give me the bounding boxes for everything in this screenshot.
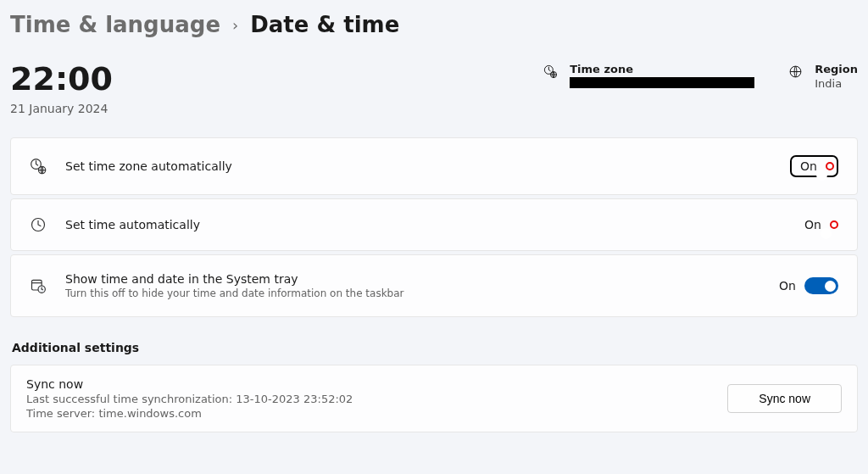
toggle-tray[interactable]: [804, 277, 838, 294]
breadcrumb-parent[interactable]: Time & language: [10, 12, 220, 37]
timezone-meta: Time zone: [543, 63, 754, 88]
setting-title: Show time and date in the System tray: [65, 272, 779, 286]
breadcrumb: Time & language › Date & time: [10, 12, 858, 37]
region-meta: Region India: [788, 63, 858, 90]
sync-title: Sync now: [26, 377, 727, 391]
sync-server: Time server: time.windows.com: [26, 407, 727, 420]
header-row: 22:00 21 January 2024 Time zone Region I…: [10, 63, 858, 115]
tz-value-redacted: [570, 77, 754, 88]
toggle-highlight: [830, 220, 838, 229]
toggle-focus-outline: On: [790, 155, 838, 177]
sync-card: Sync now Last successful time synchroniz…: [10, 365, 858, 432]
toggle-state-label: On: [804, 218, 821, 231]
tz-label: Time zone: [570, 63, 754, 75]
breadcrumb-current: Date & time: [250, 12, 399, 37]
setting-tray[interactable]: Show time and date in the System tray Tu…: [10, 254, 858, 317]
setting-title: Set time zone automatically: [65, 159, 790, 173]
toggle-state-label: On: [779, 279, 796, 293]
clock-block: 22:00 21 January 2024: [10, 63, 543, 115]
region-value: India: [815, 77, 858, 90]
section-additional-heading: Additional settings: [12, 341, 858, 354]
region-label: Region: [815, 63, 858, 75]
clock-time: 22:00: [10, 63, 543, 95]
chevron-right-icon: ›: [232, 16, 238, 34]
clock-globe-icon: [30, 158, 47, 175]
sync-now-button[interactable]: Sync now: [727, 384, 842, 413]
clock-icon: [30, 216, 47, 233]
clock-date: 21 January 2024: [10, 102, 543, 115]
globe-icon: [788, 64, 803, 79]
sync-last: Last successful time synchronization: 13…: [26, 393, 727, 405]
setting-subtitle: Turn this off to hide your time and date…: [65, 287, 779, 299]
setting-auto-timezone[interactable]: Set time zone automatically On: [10, 137, 858, 195]
setting-auto-time[interactable]: Set time automatically On: [10, 198, 858, 251]
setting-title: Set time automatically: [65, 218, 804, 231]
toggle-state-label: On: [800, 159, 817, 173]
clock-globe-icon: [543, 64, 558, 79]
calendar-clock-icon: [30, 277, 47, 294]
toggle-highlight: [826, 162, 834, 170]
